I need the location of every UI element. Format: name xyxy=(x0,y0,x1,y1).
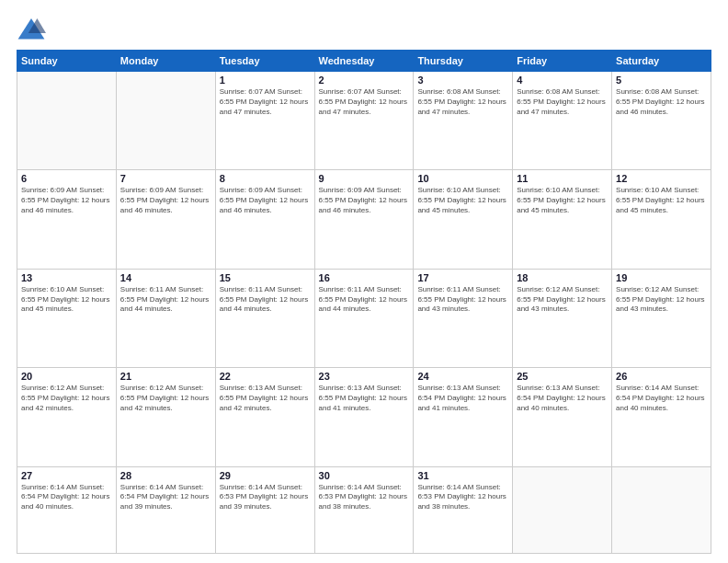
day-number: 9 xyxy=(319,173,410,184)
day-info: Sunrise: 6:07 AM Sunset: 6:55 PM Dayligh… xyxy=(220,87,311,117)
day-info: Sunrise: 6:12 AM Sunset: 6:55 PM Dayligh… xyxy=(120,384,211,413)
logo-icon xyxy=(17,17,46,42)
weekday-header-monday: Monday xyxy=(116,51,215,72)
logo xyxy=(17,17,50,42)
day-number: 16 xyxy=(319,272,410,283)
weekday-header-friday: Friday xyxy=(513,51,612,72)
day-info: Sunrise: 6:08 AM Sunset: 6:55 PM Dayligh… xyxy=(616,87,707,117)
calendar-cell: 24Sunrise: 6:13 AM Sunset: 6:54 PM Dayli… xyxy=(414,368,513,466)
day-info: Sunrise: 6:14 AM Sunset: 6:54 PM Dayligh… xyxy=(21,483,112,512)
day-info: Sunrise: 6:14 AM Sunset: 6:53 PM Dayligh… xyxy=(319,483,410,512)
week-row-1: 1Sunrise: 6:07 AM Sunset: 6:55 PM Daylig… xyxy=(17,72,711,170)
day-number: 15 xyxy=(220,272,311,283)
day-number: 5 xyxy=(616,75,707,86)
calendar-cell: 4Sunrise: 6:08 AM Sunset: 6:55 PM Daylig… xyxy=(513,72,612,170)
week-row-3: 13Sunrise: 6:10 AM Sunset: 6:55 PM Dayli… xyxy=(17,269,711,367)
day-number: 13 xyxy=(21,272,112,283)
day-number: 20 xyxy=(21,371,112,382)
day-number: 10 xyxy=(417,173,508,184)
day-info: Sunrise: 6:10 AM Sunset: 6:55 PM Dayligh… xyxy=(616,186,707,215)
calendar-cell: 17Sunrise: 6:11 AM Sunset: 6:55 PM Dayli… xyxy=(414,269,513,367)
day-number: 27 xyxy=(21,470,112,481)
calendar-cell: 18Sunrise: 6:12 AM Sunset: 6:55 PM Dayli… xyxy=(513,269,612,367)
day-info: Sunrise: 6:13 AM Sunset: 6:54 PM Dayligh… xyxy=(417,384,508,413)
day-info: Sunrise: 6:11 AM Sunset: 6:55 PM Dayligh… xyxy=(417,285,508,315)
calendar-cell: 23Sunrise: 6:13 AM Sunset: 6:55 PM Dayli… xyxy=(314,368,414,466)
day-info: Sunrise: 6:14 AM Sunset: 6:54 PM Dayligh… xyxy=(616,384,707,413)
day-number: 3 xyxy=(417,75,508,86)
calendar: SundayMondayTuesdayWednesdayThursdayFrid… xyxy=(17,50,711,554)
day-info: Sunrise: 6:13 AM Sunset: 6:55 PM Dayligh… xyxy=(220,384,311,413)
header xyxy=(17,17,711,42)
calendar-cell: 2Sunrise: 6:07 AM Sunset: 6:55 PM Daylig… xyxy=(314,72,414,170)
calendar-cell: 6Sunrise: 6:09 AM Sunset: 6:55 PM Daylig… xyxy=(17,170,117,269)
calendar-cell: 7Sunrise: 6:09 AM Sunset: 6:55 PM Daylig… xyxy=(116,170,215,269)
calendar-cell: 12Sunrise: 6:10 AM Sunset: 6:55 PM Dayli… xyxy=(612,170,711,269)
weekday-header-row: SundayMondayTuesdayWednesdayThursdayFrid… xyxy=(17,51,711,72)
week-row-5: 27Sunrise: 6:14 AM Sunset: 6:54 PM Dayli… xyxy=(17,466,711,553)
day-number: 7 xyxy=(120,173,211,184)
calendar-cell: 22Sunrise: 6:13 AM Sunset: 6:55 PM Dayli… xyxy=(215,368,314,466)
day-info: Sunrise: 6:12 AM Sunset: 6:55 PM Dayligh… xyxy=(616,285,707,315)
day-info: Sunrise: 6:10 AM Sunset: 6:55 PM Dayligh… xyxy=(21,285,112,315)
calendar-cell: 10Sunrise: 6:10 AM Sunset: 6:55 PM Dayli… xyxy=(414,170,513,269)
day-number: 18 xyxy=(517,272,608,283)
day-number: 8 xyxy=(220,173,311,184)
calendar-cell: 29Sunrise: 6:14 AM Sunset: 6:53 PM Dayli… xyxy=(215,466,314,553)
day-info: Sunrise: 6:13 AM Sunset: 6:55 PM Dayligh… xyxy=(319,384,410,413)
day-info: Sunrise: 6:08 AM Sunset: 6:55 PM Dayligh… xyxy=(417,87,508,117)
calendar-cell xyxy=(17,72,117,170)
day-info: Sunrise: 6:14 AM Sunset: 6:54 PM Dayligh… xyxy=(120,483,211,512)
day-info: Sunrise: 6:10 AM Sunset: 6:55 PM Dayligh… xyxy=(417,186,508,215)
calendar-cell: 20Sunrise: 6:12 AM Sunset: 6:55 PM Dayli… xyxy=(17,368,117,466)
day-info: Sunrise: 6:11 AM Sunset: 6:55 PM Dayligh… xyxy=(120,285,211,315)
day-number: 30 xyxy=(319,470,410,481)
day-number: 29 xyxy=(220,470,311,481)
day-number: 26 xyxy=(616,371,707,382)
day-number: 31 xyxy=(417,470,508,481)
day-info: Sunrise: 6:09 AM Sunset: 6:55 PM Dayligh… xyxy=(220,186,311,215)
day-number: 1 xyxy=(220,75,311,86)
calendar-cell: 26Sunrise: 6:14 AM Sunset: 6:54 PM Dayli… xyxy=(612,368,711,466)
day-info: Sunrise: 6:11 AM Sunset: 6:55 PM Dayligh… xyxy=(220,285,311,315)
day-number: 11 xyxy=(517,173,608,184)
day-info: Sunrise: 6:13 AM Sunset: 6:54 PM Dayligh… xyxy=(517,384,608,413)
calendar-cell: 1Sunrise: 6:07 AM Sunset: 6:55 PM Daylig… xyxy=(215,72,314,170)
day-info: Sunrise: 6:08 AM Sunset: 6:55 PM Dayligh… xyxy=(517,87,608,117)
calendar-cell: 16Sunrise: 6:11 AM Sunset: 6:55 PM Dayli… xyxy=(314,269,414,367)
calendar-cell: 21Sunrise: 6:12 AM Sunset: 6:55 PM Dayli… xyxy=(116,368,215,466)
day-number: 17 xyxy=(417,272,508,283)
calendar-cell: 15Sunrise: 6:11 AM Sunset: 6:55 PM Dayli… xyxy=(215,269,314,367)
day-info: Sunrise: 6:12 AM Sunset: 6:55 PM Dayligh… xyxy=(21,384,112,413)
day-info: Sunrise: 6:09 AM Sunset: 6:55 PM Dayligh… xyxy=(21,186,112,215)
day-number: 2 xyxy=(319,75,410,86)
calendar-cell: 3Sunrise: 6:08 AM Sunset: 6:55 PM Daylig… xyxy=(414,72,513,170)
calendar-cell: 25Sunrise: 6:13 AM Sunset: 6:54 PM Dayli… xyxy=(513,368,612,466)
weekday-header-thursday: Thursday xyxy=(414,51,513,72)
calendar-cell: 27Sunrise: 6:14 AM Sunset: 6:54 PM Dayli… xyxy=(17,466,117,553)
day-number: 19 xyxy=(616,272,707,283)
calendar-cell: 14Sunrise: 6:11 AM Sunset: 6:55 PM Dayli… xyxy=(116,269,215,367)
day-number: 24 xyxy=(417,371,508,382)
week-row-4: 20Sunrise: 6:12 AM Sunset: 6:55 PM Dayli… xyxy=(17,368,711,466)
calendar-cell: 31Sunrise: 6:14 AM Sunset: 6:53 PM Dayli… xyxy=(414,466,513,553)
day-number: 28 xyxy=(120,470,211,481)
day-number: 23 xyxy=(319,371,410,382)
page: SundayMondayTuesdayWednesdayThursdayFrid… xyxy=(0,0,728,563)
day-info: Sunrise: 6:12 AM Sunset: 6:55 PM Dayligh… xyxy=(517,285,608,315)
calendar-cell xyxy=(116,72,215,170)
calendar-cell: 9Sunrise: 6:09 AM Sunset: 6:55 PM Daylig… xyxy=(314,170,414,269)
day-info: Sunrise: 6:10 AM Sunset: 6:55 PM Dayligh… xyxy=(517,186,608,215)
day-number: 25 xyxy=(517,371,608,382)
calendar-cell: 11Sunrise: 6:10 AM Sunset: 6:55 PM Dayli… xyxy=(513,170,612,269)
calendar-cell: 5Sunrise: 6:08 AM Sunset: 6:55 PM Daylig… xyxy=(612,72,711,170)
weekday-header-saturday: Saturday xyxy=(612,51,711,72)
calendar-cell xyxy=(513,466,612,553)
day-info: Sunrise: 6:07 AM Sunset: 6:55 PM Dayligh… xyxy=(319,87,410,117)
day-info: Sunrise: 6:14 AM Sunset: 6:53 PM Dayligh… xyxy=(220,483,311,512)
day-info: Sunrise: 6:09 AM Sunset: 6:55 PM Dayligh… xyxy=(120,186,211,215)
calendar-cell: 19Sunrise: 6:12 AM Sunset: 6:55 PM Dayli… xyxy=(612,269,711,367)
calendar-cell xyxy=(612,466,711,553)
calendar-cell: 13Sunrise: 6:10 AM Sunset: 6:55 PM Dayli… xyxy=(17,269,117,367)
day-info: Sunrise: 6:09 AM Sunset: 6:55 PM Dayligh… xyxy=(319,186,410,215)
